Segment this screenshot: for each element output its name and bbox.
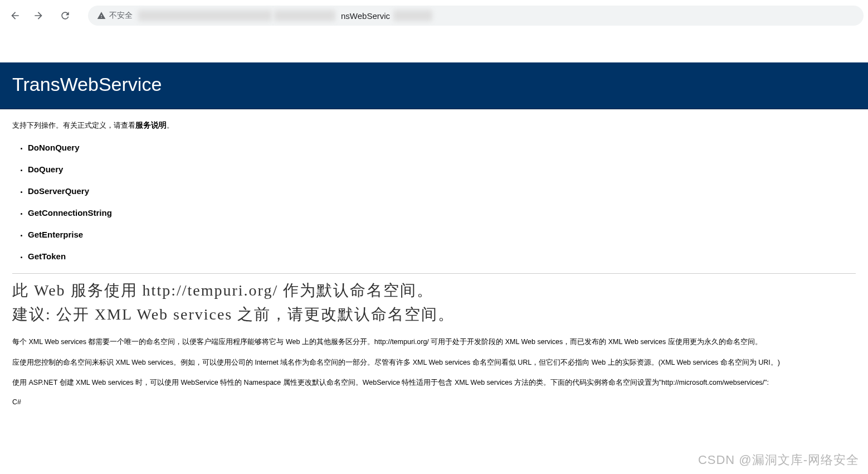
redacted-url-segment bbox=[138, 10, 272, 21]
redacted-url-segment bbox=[274, 10, 335, 21]
description-para: 使用 ASP.NET 创建 XML Web services 时，可以使用 We… bbox=[12, 378, 856, 388]
page-content: 支持下列操作。有关正式定义，请查看服务说明。 DoNonQuery DoQuer… bbox=[0, 109, 868, 417]
operation-link[interactable]: GetToken bbox=[28, 251, 856, 261]
forward-button[interactable] bbox=[28, 5, 49, 26]
intro-suffix: 。 bbox=[167, 121, 174, 129]
warning-triangle-icon bbox=[97, 11, 106, 20]
arrow-left-icon bbox=[9, 10, 21, 21]
namespace-warning: 此 Web 服务使用 http://tempuri.org/ 作为默认命名空间。… bbox=[12, 278, 856, 327]
page-title: TransWebService bbox=[0, 62, 868, 109]
description-block: 每个 XML Web services 都需要一个唯一的命名空间，以便客户端应用… bbox=[12, 337, 856, 388]
spacer bbox=[0, 31, 868, 62]
operation-link[interactable]: DoNonQuery bbox=[28, 143, 856, 152]
operation-label: DoServerQuery bbox=[28, 186, 89, 196]
security-indicator[interactable]: 不安全 bbox=[97, 11, 133, 21]
operation-label: DoNonQuery bbox=[28, 143, 80, 152]
back-button[interactable] bbox=[4, 5, 26, 26]
reload-icon bbox=[60, 10, 71, 21]
description-para: 应使用您控制的命名空间来标识 XML Web services。例如，可以使用公… bbox=[12, 357, 856, 368]
intro-text: 支持下列操作。有关正式定义，请查看服务说明。 bbox=[12, 120, 856, 130]
address-bar[interactable]: 不安全 nsWebServic bbox=[88, 6, 864, 26]
reload-button[interactable] bbox=[55, 5, 76, 26]
operation-label: GetToken bbox=[28, 251, 66, 261]
service-description-link[interactable]: 服务说明 bbox=[135, 120, 167, 129]
operation-label: GetEnterprise bbox=[28, 230, 83, 239]
url-visible-text: nsWebServic bbox=[341, 11, 390, 21]
code-language-label: C# bbox=[12, 398, 856, 406]
operation-label: DoQuery bbox=[28, 165, 63, 174]
divider bbox=[12, 273, 856, 274]
intro-prefix: 支持下列操作。有关正式定义，请查看 bbox=[12, 121, 135, 129]
operation-link[interactable]: DoServerQuery bbox=[28, 186, 856, 196]
operation-link[interactable]: GetEnterprise bbox=[28, 230, 856, 239]
namespace-current: 此 Web 服务使用 http://tempuri.org/ 作为默认命名空间。 bbox=[12, 278, 856, 302]
watermark: CSDN @漏洞文库-网络安全 bbox=[698, 452, 859, 468]
operations-list: DoNonQuery DoQuery DoServerQuery GetConn… bbox=[12, 143, 856, 261]
namespace-recommendation: 建议: 公开 XML Web services 之前，请更改默认命名空间。 bbox=[12, 302, 856, 326]
operation-link[interactable]: GetConnectionString bbox=[28, 208, 856, 217]
arrow-right-icon bbox=[33, 10, 44, 21]
description-para: 每个 XML Web services 都需要一个唯一的命名空间，以便客户端应用… bbox=[12, 337, 856, 347]
operation-link[interactable]: DoQuery bbox=[28, 165, 856, 174]
redacted-url-segment bbox=[393, 10, 432, 21]
security-label: 不安全 bbox=[109, 11, 133, 21]
operation-label: GetConnectionString bbox=[28, 208, 112, 217]
browser-toolbar: 不安全 nsWebServic bbox=[0, 0, 868, 31]
